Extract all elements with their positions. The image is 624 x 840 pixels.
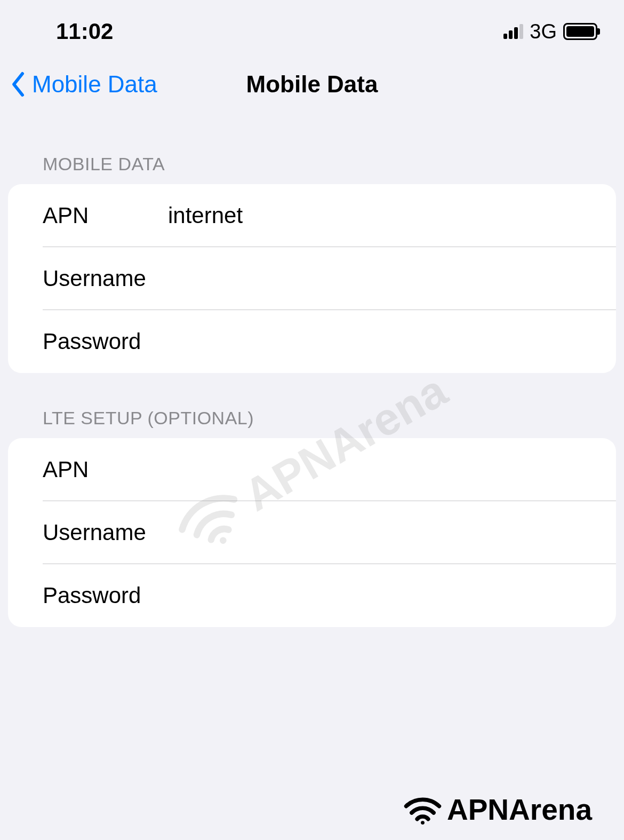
apn-input[interactable] [168,203,581,228]
password-input[interactable] [168,329,581,354]
section-header-lte-setup: LTE SETUP (OPTIONAL) [8,373,616,438]
section-group-mobile-data: APN Username Password [8,184,616,373]
row-lte-password[interactable]: Password [8,564,616,627]
footer-text: APNArena [447,793,592,827]
svg-point-1 [421,821,425,825]
content: MOBILE DATA APN Username Password LTE SE… [0,119,624,627]
username-input[interactable] [168,266,581,291]
footer-logo: APNArena [403,793,592,827]
signal-icon [503,24,523,39]
back-button[interactable]: Mobile Data [11,71,157,98]
row-lte-username[interactable]: Username [8,501,616,564]
nav-bar: Mobile Data Mobile Data [0,55,624,119]
lte-apn-input[interactable] [168,457,581,482]
status-time: 11:02 [56,19,113,44]
row-mobile-data-password[interactable]: Password [8,310,616,373]
lte-username-label: Username [43,520,168,545]
section-group-lte-setup: APN Username Password [8,438,616,627]
status-bar: 11:02 3G [0,0,624,55]
chevron-left-icon [11,71,27,98]
battery-icon [563,23,597,40]
wifi-icon [403,795,443,825]
row-lte-apn[interactable]: APN [8,438,616,501]
status-right: 3G [503,20,597,43]
lte-username-input[interactable] [168,520,581,545]
lte-apn-label: APN [43,457,168,482]
lte-password-label: Password [43,583,168,608]
username-label: Username [43,266,168,291]
network-type: 3G [530,20,557,43]
section-header-mobile-data: MOBILE DATA [8,119,616,184]
password-label: Password [43,329,168,354]
apn-label: APN [43,203,168,228]
page-title: Mobile Data [246,71,378,98]
row-mobile-data-apn[interactable]: APN [8,184,616,247]
row-mobile-data-username[interactable]: Username [8,247,616,310]
back-label: Mobile Data [32,71,157,98]
lte-password-input[interactable] [168,583,581,608]
